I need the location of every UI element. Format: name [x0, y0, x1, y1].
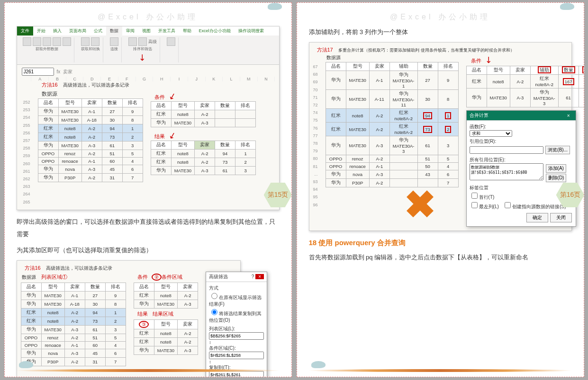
row-numbers: 6768697071727475767778798081...93949596: [313, 53, 318, 209]
other-icon[interactable]: [53, 37, 61, 46]
page-number-badge: 第16页: [556, 183, 584, 207]
row-numbers: 2522532542552562572582592602612622632642…: [21, 81, 30, 206]
source-table: 品名型号卖家数量排名 华为MATE30A-1279 华为MATE30A-1830…: [38, 98, 143, 182]
tab-view[interactable]: 视图: [138, 27, 154, 35]
group-connections: 连接: [107, 37, 122, 62]
group-sort-filter: 高级 排序和筛选 ↘: [126, 37, 160, 62]
tab-tell[interactable]: 操作说明搜索: [235, 27, 268, 35]
tab-review[interactable]: 审阅: [122, 27, 138, 35]
annotation: 列表区域①: [41, 274, 67, 280]
body-text: 为其添加区即可（也可以选择取消重复值的筛选）: [17, 244, 280, 256]
method-label: 方法16: [38, 81, 62, 88]
group-external-data: 获取外部数据: [20, 37, 74, 62]
close-button[interactable]: 关闭: [550, 213, 572, 222]
method-label: 方法17: [313, 46, 337, 53]
arrow-icon: ↘: [136, 51, 148, 63]
method-label: 方法16: [21, 264, 45, 272]
table-row: OPPOrenoaceA-1604: [38, 158, 143, 165]
error-x-icon: ✖: [404, 194, 436, 216]
table-row: OPPOrenozA-2515: [38, 150, 143, 158]
tab-home[interactable]: 开始: [33, 27, 49, 35]
browse-button[interactable]: 浏览(B)...: [545, 146, 570, 154]
result-table: 品名型号卖家数量排名 红米note8A-2941 红米note8A-2732 华…: [151, 141, 256, 175]
tab-layout[interactable]: 页面布局: [65, 27, 90, 35]
page-15: @Excel 办公小助理 文件 开始 插入 页面布局 公式 数据 审阅 视图 开…: [4, 2, 292, 377]
group-label: 获取和转换: [81, 46, 100, 52]
help-icon[interactable]: ?: [252, 274, 254, 279]
table-row: 华为MATE30A-3613: [38, 141, 143, 150]
list-range-input[interactable]: [209, 332, 264, 340]
ribbon-tabs: 文件 开始 插入 页面布局 公式 数据 审阅 视图 开发工具 帮助 Excel办…: [17, 27, 279, 35]
table-row: 华为P30PA-2317: [38, 174, 143, 182]
condition-table-3: 品名型号卖家辅助数量排名 红米note8A-2红米note8A-21673 华为…: [466, 66, 584, 107]
excel-ribbon: 文件 开始 插入 页面布局 公式 数据 审阅 视图 开发工具 帮助 Excel办…: [17, 27, 279, 65]
top-row-checkbox[interactable]: [471, 193, 478, 199]
page-number-badge: 第15页: [264, 183, 292, 207]
dialog-title: 合并计算: [470, 112, 488, 119]
refresh-icon[interactable]: [110, 37, 118, 46]
access-icon[interactable]: [23, 37, 31, 46]
add-button[interactable]: 添加(A): [546, 164, 566, 173]
document-spread: @Excel 办公小助理 文件 开始 插入 页面布局 公式 数据 审阅 视图 开…: [0, 0, 588, 380]
sort-icon[interactable]: [128, 37, 137, 46]
radio-copy[interactable]: [211, 309, 217, 315]
range-picker-icon[interactable]: ↕: [209, 359, 211, 364]
fx-icon[interactable]: fx: [57, 69, 61, 74]
table-row: 红米note8A-2732: [38, 133, 143, 141]
tab-formula[interactable]: 公式: [90, 27, 106, 35]
result-label: 结果: [151, 133, 169, 140]
body-text: 即弹出高级筛选的窗口，可以选择在数据源中直接筛选或者筛选得到的结果复制到其他位置…: [17, 216, 280, 240]
watermark: @Excel 办公小助理: [309, 12, 572, 22]
tab-file[interactable]: 文件: [17, 27, 33, 35]
tab-insert[interactable]: 插入: [49, 27, 65, 35]
radio-in-place[interactable]: [211, 293, 217, 299]
tab-addin[interactable]: Excel办公小功能: [195, 27, 235, 35]
range-picker-icon[interactable]: ↕: [209, 340, 211, 345]
split-icon[interactable]: [167, 37, 175, 46]
criteria-range-input[interactable]: [209, 352, 264, 359]
web-icon[interactable]: [33, 37, 41, 46]
advanced-filter-dialog: 高级筛选? × 方式 在原有区域显示筛选结果(F) 将筛选结果复制到其他位置(O…: [206, 272, 267, 377]
function-select[interactable]: 求和: [470, 130, 512, 137]
close-icon[interactable]: ×: [255, 274, 264, 279]
group-label: 连接: [110, 46, 118, 52]
table-row: 华为MATE30A-18308: [38, 116, 143, 124]
tab-dev[interactable]: 开发工具: [154, 27, 179, 35]
excel-screenshot-1: 文件 开始 插入 页面布局 公式 数据 审阅 视图 开发工具 帮助 Excel办…: [17, 26, 280, 210]
text-icon[interactable]: [43, 37, 51, 46]
table-row: 华为novaA-3456: [38, 165, 143, 174]
left-col-checkbox[interactable]: [471, 202, 478, 208]
name-box[interactable]: [22, 68, 54, 76]
table-row: 红米note8A-2941: [38, 124, 143, 133]
excel-screenshot-2: 方法16 高级筛选法，可以筛选多条记录 数据源 列表区域① 品名型号卖家数量排名…: [17, 260, 241, 377]
table-icon[interactable]: [91, 37, 100, 46]
existing-icon[interactable]: [63, 37, 71, 46]
tab-help[interactable]: 帮助: [179, 27, 195, 35]
body-text: 添加辅助列，将前 3 列作为一个整体: [309, 26, 572, 38]
advanced-button[interactable]: 高级: [148, 39, 157, 45]
all-refs-list[interactable]: 数据源辅助$数据源!$E$3:$G$11;$E$71:$G$80: [470, 163, 543, 180]
group-label: 排序和筛选: [133, 46, 152, 52]
name-box-row: fx 卖家: [21, 67, 275, 77]
delete-button[interactable]: 删除(D): [546, 174, 567, 182]
query-icon[interactable]: [81, 37, 90, 46]
filter-icon[interactable]: [138, 37, 147, 46]
tab-data[interactable]: 数据: [106, 27, 122, 35]
condition-label: 条件: [151, 93, 169, 101]
bird-icon: [19, 361, 33, 368]
bird-icon: [268, 3, 282, 10]
bird-icon: [560, 3, 574, 10]
formula-bar[interactable]: 卖家: [63, 69, 72, 75]
link-checkbox[interactable]: [505, 202, 511, 208]
table-row: 华为MATE30A-1279: [38, 107, 143, 116]
ok-button[interactable]: 确定: [526, 213, 548, 222]
close-icon[interactable]: ×: [564, 113, 573, 118]
dialog-title: 高级筛选: [209, 274, 228, 280]
bird-icon: [311, 361, 326, 368]
body-text: 首先将数据源加载到 pq 编辑器，选中之后点击数据下【从表格】，可以重新命名: [309, 251, 572, 264]
watermark: @Excel 办公小助理: [17, 12, 280, 22]
copy-to-input[interactable]: [209, 371, 264, 377]
section-heading: 18 使用 powerquery 合并查询: [309, 239, 572, 247]
ref-input[interactable]: [470, 146, 543, 154]
source-label: 数据源: [38, 88, 143, 98]
